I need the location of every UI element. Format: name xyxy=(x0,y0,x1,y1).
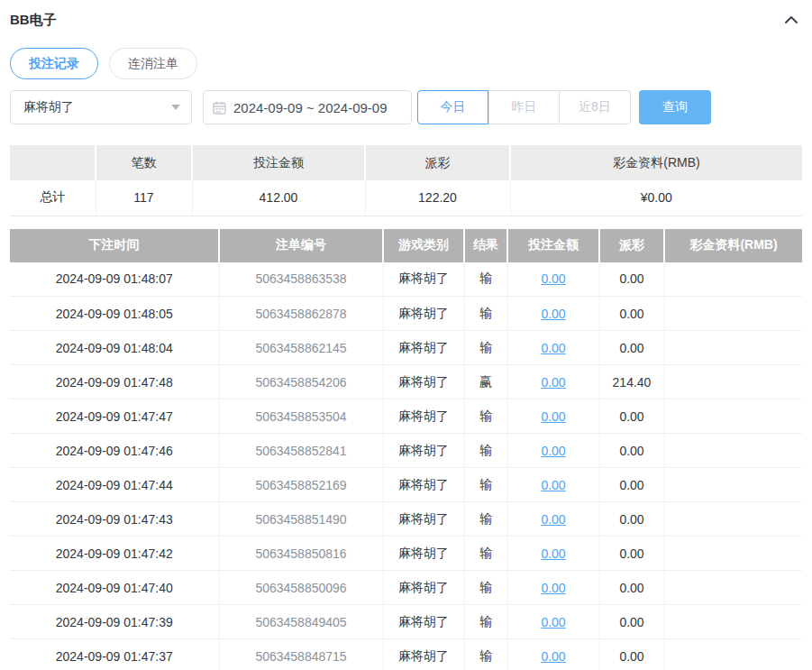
bet-amount-link[interactable]: 0.00 xyxy=(541,478,565,492)
bet-amount-link[interactable]: 0.00 xyxy=(541,307,565,321)
summary-total-payout: 122.20 xyxy=(365,180,510,216)
cell-bet-amount: 0.00 xyxy=(507,331,599,365)
cell-game-type: 麻将胡了 xyxy=(383,468,464,502)
cell-bet-amount: 0.00 xyxy=(507,262,599,297)
cell-bet-amount: 0.00 xyxy=(507,571,599,605)
cell-result: 输 xyxy=(464,331,507,365)
cell-order-no: 5063458862878 xyxy=(219,297,383,331)
cell-order-no: 5063458849405 xyxy=(219,605,383,639)
cell-bet-time: 2024-09-09 01:47:44 xyxy=(10,468,219,502)
cell-bet-time: 2024-09-09 01:47:42 xyxy=(10,537,219,571)
cell-bonus xyxy=(664,639,802,670)
summary-header-bet-amount: 投注金额 xyxy=(192,145,365,180)
bet-amount-link[interactable]: 0.00 xyxy=(541,409,565,424)
cell-payout: 0.00 xyxy=(599,468,664,502)
cell-order-no: 5063458850816 xyxy=(219,537,383,571)
cell-bonus xyxy=(664,365,802,399)
chevron-up-icon xyxy=(784,15,798,24)
cell-bonus xyxy=(664,502,802,537)
bet-amount-link[interactable]: 0.00 xyxy=(541,375,565,390)
cell-bonus xyxy=(664,331,802,365)
cell-result: 输 xyxy=(464,537,507,571)
cell-order-no: 5063458863538 xyxy=(219,262,383,297)
cell-bet-time: 2024-09-09 01:47:43 xyxy=(10,502,219,537)
header-bet-amount: 投注金额 xyxy=(507,229,599,262)
table-row: 2024-09-09 01:47:40 5063458850096 麻将胡了 输… xyxy=(10,571,802,605)
cell-payout: 0.00 xyxy=(599,605,664,639)
cell-bet-time: 2024-09-09 01:47:48 xyxy=(10,365,219,399)
header-result: 结果 xyxy=(464,229,507,262)
tab-betting-records[interactable]: 投注记录 xyxy=(10,48,98,79)
bet-amount-link[interactable]: 0.00 xyxy=(541,444,565,458)
cell-payout: 0.00 xyxy=(599,434,664,468)
cell-game-type: 麻将胡了 xyxy=(383,605,464,639)
table-row: 2024-09-09 01:47:43 5063458851490 麻将胡了 输… xyxy=(10,502,802,537)
header-bonus: 彩金资料(RMB) xyxy=(664,229,802,262)
date-range-value: 2024-09-09 ~ 2024-09-09 xyxy=(233,100,388,115)
bet-amount-link[interactable]: 0.00 xyxy=(541,512,565,527)
cell-payout: 0.00 xyxy=(599,639,664,670)
bet-amount-link[interactable]: 0.00 xyxy=(541,341,565,355)
quick-filter-yesterday[interactable]: 昨日 xyxy=(488,90,560,124)
bet-amount-link[interactable]: 0.00 xyxy=(541,649,565,664)
summary-header-payout: 派彩 xyxy=(365,145,510,180)
table-row: 2024-09-09 01:47:37 5063458848715 麻将胡了 输… xyxy=(10,639,802,670)
cell-bet-time: 2024-09-09 01:47:47 xyxy=(10,399,219,434)
quick-filter-today[interactable]: 今日 xyxy=(417,90,488,124)
cell-bet-amount: 0.00 xyxy=(507,297,599,331)
bet-amount-link[interactable]: 0.00 xyxy=(541,546,565,561)
filter-controls: 麻将胡了 2024-09-09 ~ 2024-09-09 xyxy=(10,90,802,124)
cell-bet-time: 2024-09-09 01:48:05 xyxy=(10,297,219,331)
game-type-select-value: 麻将胡了 xyxy=(23,99,74,115)
cell-payout: 0.00 xyxy=(599,537,664,571)
cell-game-type: 麻将胡了 xyxy=(383,297,464,331)
cell-order-no: 5063458852169 xyxy=(219,468,383,502)
table-row: 2024-09-09 01:48:04 5063458862145 麻将胡了 输… xyxy=(10,331,802,365)
cell-result: 输 xyxy=(464,297,507,331)
cell-bet-amount: 0.00 xyxy=(507,605,599,639)
bet-amount-link[interactable]: 0.00 xyxy=(541,581,565,595)
summary-header-bonus: 彩金资料(RMB) xyxy=(510,145,802,180)
cell-result: 输 xyxy=(464,502,507,537)
cell-order-no: 5063458851490 xyxy=(219,502,383,537)
table-row: 2024-09-09 01:48:05 5063458862878 麻将胡了 输… xyxy=(10,297,802,331)
cell-bonus xyxy=(664,262,802,297)
cell-bonus xyxy=(664,297,802,331)
caret-down-icon xyxy=(171,105,180,110)
cell-result: 输 xyxy=(464,399,507,434)
tab-cancelled-orders[interactable]: 连消注单 xyxy=(109,48,197,79)
cell-payout: 0.00 xyxy=(599,262,664,297)
cell-order-no: 5063458852841 xyxy=(219,434,383,468)
cell-order-no: 5063458850096 xyxy=(219,571,383,605)
cell-order-no: 5063458853504 xyxy=(219,399,383,434)
cell-result: 输 xyxy=(464,434,507,468)
bet-amount-link[interactable]: 0.00 xyxy=(541,615,565,629)
calendar-icon xyxy=(213,101,226,115)
summary-total-row: 总计 117 412.00 122.20 ¥0.00 xyxy=(10,180,802,216)
game-type-select[interactable]: 麻将胡了 xyxy=(10,90,192,124)
date-range-input[interactable]: 2024-09-09 ~ 2024-09-09 xyxy=(203,90,412,124)
table-row: 2024-09-09 01:47:42 5063458850816 麻将胡了 输… xyxy=(10,537,802,571)
cell-game-type: 麻将胡了 xyxy=(383,399,464,434)
search-button[interactable]: 查询 xyxy=(639,90,711,124)
cell-order-no: 5063458854206 xyxy=(219,365,383,399)
cell-result: 输 xyxy=(464,571,507,605)
table-row: 2024-09-09 01:47:47 5063458853504 麻将胡了 输… xyxy=(10,399,802,434)
betting-records-panel: BB电子 投注记录 连消注单 麻将胡了 xyxy=(0,0,812,670)
cell-game-type: 麻将胡了 xyxy=(383,365,464,399)
cell-bonus xyxy=(664,468,802,502)
cell-bet-amount: 0.00 xyxy=(507,399,599,434)
header-payout: 派彩 xyxy=(599,229,664,262)
collapse-panel-button[interactable] xyxy=(780,14,802,26)
records-table: 下注时间 注单编号 游戏类别 结果 投注金额 派彩 彩金资料(RMB) 2024… xyxy=(10,229,802,670)
cell-bonus xyxy=(664,605,802,639)
cell-result: 输 xyxy=(464,639,507,670)
summary-total-count: 117 xyxy=(96,180,192,216)
bet-amount-link[interactable]: 0.00 xyxy=(541,271,565,286)
cell-bet-time: 2024-09-09 01:47:40 xyxy=(10,571,219,605)
cell-bet-time: 2024-09-09 01:47:46 xyxy=(10,434,219,468)
quick-filter-last-8-days[interactable]: 近8日 xyxy=(560,90,631,124)
summary-header-row: 笔数 投注金额 派彩 彩金资料(RMB) xyxy=(10,145,802,180)
cell-result: 赢 xyxy=(464,365,507,399)
table-row: 2024-09-09 01:47:48 5063458854206 麻将胡了 赢… xyxy=(10,365,802,399)
